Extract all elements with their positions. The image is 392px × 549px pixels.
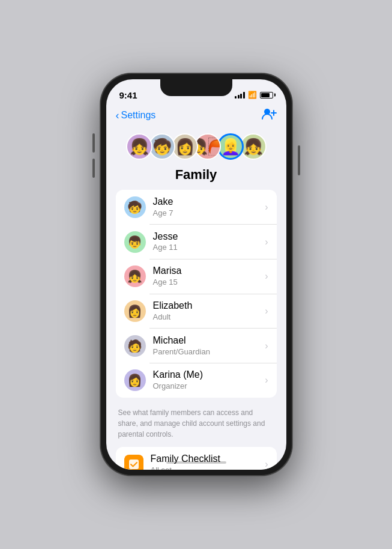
- scroll-content[interactable]: 👧 🧒 👩 👧‍🦰: [106, 129, 286, 470]
- jesse-chevron-icon: ›: [265, 237, 268, 247]
- jake-chevron-icon: ›: [265, 202, 268, 213]
- add-person-icon: [261, 107, 277, 120]
- page-title: Family: [106, 167, 286, 190]
- avatar-2[interactable]: 👩: [172, 133, 198, 160]
- elizabeth-chevron-icon: ›: [265, 306, 268, 317]
- phone-frame: 9:41 📶 ‹ Se: [100, 73, 292, 476]
- back-chevron-icon: ‹: [116, 110, 119, 121]
- content-area: 🧒 Jake Age 7 › 👦: [106, 190, 286, 470]
- marisa-chevron-icon: ›: [265, 271, 268, 282]
- volume-up-button[interactable]: [92, 133, 95, 153]
- avatar-row: 👧 🧒 👩 👧‍🦰: [126, 133, 267, 160]
- jesse-avatar: 👦: [124, 231, 146, 253]
- jesse-name: Jesse: [153, 231, 265, 243]
- michael-subtitle: Parent/Guardian: [153, 347, 265, 357]
- avatar-5[interactable]: 👧: [240, 133, 267, 160]
- avatar-1[interactable]: 🧒: [149, 133, 175, 160]
- back-label: Settings: [121, 110, 156, 121]
- marisa-text: Marisa Age 15: [153, 265, 265, 288]
- elizabeth-text: Elizabeth Adult: [153, 300, 265, 323]
- avatar-4[interactable]: 👱‍♀️: [217, 133, 244, 160]
- karina-name: Karina (Me): [153, 369, 265, 381]
- family-member-karina[interactable]: 👩 Karina (Me) Organizer ›: [116, 363, 277, 398]
- karina-subtitle: Organizer: [153, 381, 265, 392]
- battery-icon: [260, 92, 273, 99]
- marisa-name: Marisa: [153, 265, 265, 278]
- elizabeth-name: Elizabeth: [153, 300, 265, 312]
- family-member-jake[interactable]: 🧒 Jake Age 7 ›: [116, 190, 277, 225]
- family-member-marisa[interactable]: 👧 Marisa Age 15 ›: [116, 259, 277, 294]
- michael-avatar: 🧑: [124, 335, 146, 357]
- family-description: See what family members can access and s…: [116, 405, 277, 447]
- volume-down-button[interactable]: [92, 159, 95, 178]
- phone-content: 9:41 📶 ‹ Se: [106, 79, 286, 470]
- avatar-3[interactable]: 👧‍🦰: [194, 133, 221, 160]
- michael-chevron-icon: ›: [265, 341, 268, 351]
- karina-text: Karina (Me) Organizer: [153, 369, 265, 392]
- power-button[interactable]: [298, 145, 300, 175]
- elizabeth-subtitle: Adult: [153, 312, 265, 323]
- signal-icon: [235, 92, 245, 99]
- family-member-elizabeth[interactable]: 👩 Elizabeth Adult ›: [116, 294, 277, 329]
- michael-text: Michael Parent/Guardian: [153, 335, 265, 357]
- avatars-section: 👧 🧒 👩 👧‍🦰: [106, 129, 286, 167]
- family-members-list: 🧒 Jake Age 7 › 👦: [116, 190, 277, 398]
- back-button[interactable]: ‹ Settings: [116, 110, 156, 121]
- karina-chevron-icon: ›: [265, 375, 268, 386]
- jake-avatar: 🧒: [124, 196, 146, 218]
- jake-text: Jake Age 7: [153, 196, 265, 219]
- family-member-michael[interactable]: 🧑 Michael Parent/Guardian ›: [116, 329, 277, 363]
- marisa-avatar: 👧: [124, 265, 146, 287]
- jesse-subtitle: Age 11: [153, 243, 265, 253]
- michael-name: Michael: [153, 335, 265, 347]
- karina-avatar: 👩: [124, 369, 146, 391]
- home-indicator: [106, 456, 286, 466]
- status-icons: 📶: [235, 91, 273, 99]
- home-bar: [166, 461, 226, 464]
- jake-name: Jake: [153, 196, 265, 208]
- jesse-text: Jesse Age 11: [153, 231, 265, 253]
- status-time: 9:41: [119, 90, 137, 100]
- add-family-button[interactable]: [261, 107, 277, 124]
- notch: [160, 79, 232, 96]
- jake-subtitle: Age 7: [153, 208, 265, 219]
- avatar-0[interactable]: 👧: [126, 133, 152, 160]
- phone-screen: 9:41 📶 ‹ Se: [106, 79, 286, 470]
- family-member-jesse[interactable]: 👦 Jesse Age 11 ›: [116, 225, 277, 259]
- wifi-icon: 📶: [248, 91, 257, 99]
- navigation-bar: ‹ Settings: [106, 106, 286, 129]
- marisa-subtitle: Age 15: [153, 278, 265, 288]
- elizabeth-avatar: 👩: [124, 300, 146, 322]
